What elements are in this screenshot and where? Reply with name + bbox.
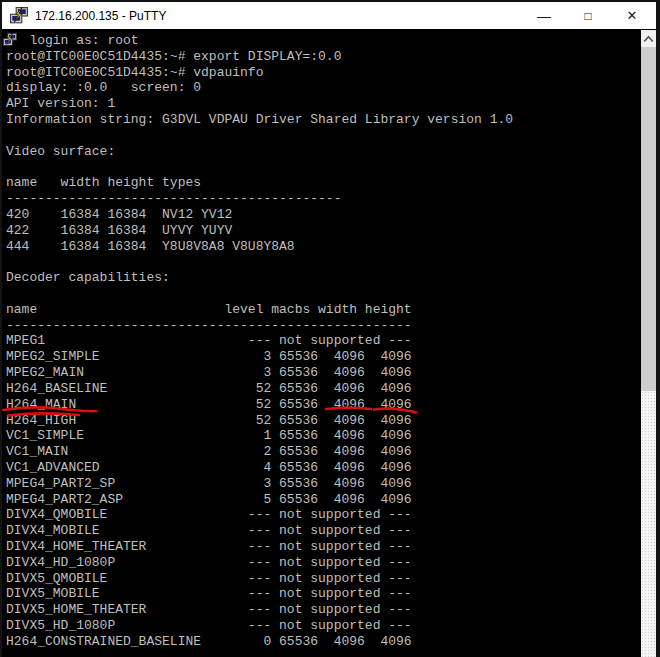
terminal-line: DIVX4_MOBILE --- not supported --- — [6, 523, 641, 539]
terminal-line — [6, 128, 641, 144]
terminal-line: VC1_ADVANCED 4 65536 4096 4096 — [6, 460, 641, 476]
terminal-line: 444 16384 16384 Y8U8V8A8 V8U8Y8A8 — [6, 239, 641, 255]
terminal-line: VC1_SIMPLE 1 65536 4096 4096 — [6, 428, 641, 444]
terminal-line: name level macbs width height — [6, 302, 641, 318]
terminal-line: Decoder capabilities: — [6, 270, 641, 286]
putty-icon — [3, 33, 17, 47]
screenshot-stage: 172.16.200.135 - PuTTY — □ ✕ login as: r… — [0, 0, 660, 657]
terminal-line: MPEG1 --- not supported --- — [6, 333, 641, 349]
terminal-line: DIVX4_HOME_THEATER --- not supported --- — [6, 539, 641, 555]
terminal-line: VC1_MAIN 2 65536 4096 4096 — [6, 444, 641, 460]
putty-window: 172.16.200.135 - PuTTY — □ ✕ login as: r… — [2, 2, 656, 657]
minimize-button[interactable]: — — [522, 2, 566, 29]
terminal-line: H264_BASELINE 52 65536 4096 4096 — [6, 381, 641, 397]
window-controls: — □ ✕ — [522, 2, 654, 29]
terminal-line: Information string: G3DVL VDPAU Driver S… — [6, 112, 641, 128]
terminal-line: 420 16384 16384 NV12 YV12 — [6, 207, 641, 223]
terminal-line: root@ITC00E0C51D4435:~# vdpauinfo — [6, 65, 641, 81]
window-title: 172.16.200.135 - PuTTY — [35, 9, 522, 23]
terminal-line: DIVX5_QMOBILE --- not supported --- — [6, 571, 641, 587]
terminal-line: MPEG4_PART2_ASP 5 65536 4096 4096 — [6, 492, 641, 508]
terminal-line: DIVX5_HD_1080P --- not supported --- — [6, 618, 641, 634]
terminal-line: ----------------------------------------… — [6, 318, 641, 334]
terminal-line: DIVX4_QMOBILE --- not supported --- — [6, 507, 641, 523]
terminal-line: root@ITC00E0C51D4435:~# export DISPLAY=:… — [6, 49, 641, 65]
terminal-line: H264_CONSTRAINED_BASELINE 0 65536 4096 4… — [6, 634, 641, 650]
chevron-up-icon — [643, 35, 654, 43]
scrollbar-thumb[interactable] — [641, 47, 656, 391]
terminal-line: H264_HIGH 52 65536 4096 4096 — [6, 413, 641, 429]
terminal-line: DIVX5_MOBILE --- not supported --- — [6, 586, 641, 602]
terminal-line: login as: root — [6, 33, 641, 49]
terminal-line: 422 16384 16384 UYVY YUYV — [6, 223, 641, 239]
terminal-line — [6, 160, 641, 176]
title-bar[interactable]: 172.16.200.135 - PuTTY — □ ✕ — [2, 2, 656, 30]
maximize-button[interactable]: □ — [566, 2, 610, 29]
terminal-line: name width height types — [6, 175, 641, 191]
vertical-scrollbar[interactable] — [641, 30, 656, 657]
terminal-line — [6, 286, 641, 302]
terminal-line — [6, 254, 641, 270]
scroll-up-button[interactable] — [641, 30, 656, 47]
terminal[interactable]: login as: rootroot@ITC00E0C51D4435:~# ex… — [2, 30, 641, 657]
terminal-line: ----------------------------------------… — [6, 191, 641, 207]
terminal-line: MPEG2_SIMPLE 3 65536 4096 4096 — [6, 349, 641, 365]
terminal-line: DIVX5_HOME_THEATER --- not supported --- — [6, 602, 641, 618]
terminal-line: MPEG2_MAIN 3 65536 4096 4096 — [6, 365, 641, 381]
putty-icon — [10, 7, 28, 25]
terminal-line: API version: 1 — [6, 96, 641, 112]
terminal-line: H264_MAIN 52 65536 4096 4096 — [6, 397, 641, 413]
terminal-line: Video surface: — [6, 144, 641, 160]
terminal-line: MPEG4_PART2_SP 3 65536 4096 4096 — [6, 476, 641, 492]
terminal-line: display: :0.0 screen: 0 — [6, 80, 641, 96]
close-button[interactable]: ✕ — [610, 2, 654, 29]
scrollbar-track[interactable] — [641, 391, 656, 657]
terminal-line: DIVX4_HD_1080P --- not supported --- — [6, 555, 641, 571]
terminal-output: login as: rootroot@ITC00E0C51D4435:~# ex… — [6, 33, 641, 650]
